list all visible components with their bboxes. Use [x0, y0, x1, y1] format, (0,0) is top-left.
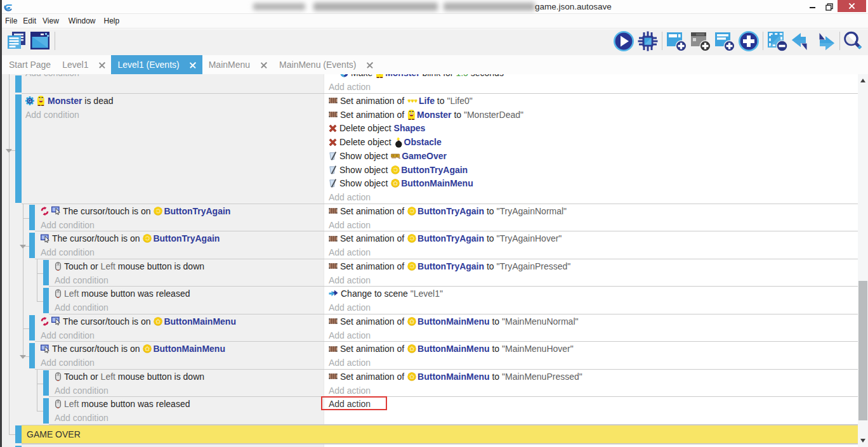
- minimize-button[interactable]: [806, 0, 820, 12]
- tab-close-icon[interactable]: [366, 62, 372, 68]
- action-row[interactable]: Add action: [324, 190, 858, 204]
- action-row[interactable]: Change to scene "Level1": [324, 287, 858, 301]
- tab-start-page[interactable]: Start Page: [0, 55, 56, 75]
- conditions-cell[interactable]: The cursor/touch is on ButtonMainMenuAdd…: [35, 342, 324, 369]
- add-action-link[interactable]: Add action: [329, 275, 371, 285]
- action-row[interactable]: Add action: [324, 384, 858, 398]
- condition-row[interactable]: Monster is dead: [22, 94, 324, 108]
- conditions-cell[interactable]: Left mouse button was releasedAdd condit…: [49, 287, 324, 314]
- menu-window[interactable]: Window: [69, 14, 96, 28]
- condition-row[interactable]: The cursor/touch is on ButtonTryAgain: [35, 231, 324, 245]
- comment-event[interactable]: GAME OVER: [15, 425, 858, 445]
- add-action-link[interactable]: Add action: [329, 330, 371, 340]
- vertical-scrollbar[interactable]: [858, 74, 868, 447]
- maximize-button[interactable]: [823, 0, 836, 12]
- action-row[interactable]: Make Monster blink for 1.5 seconds: [324, 74, 858, 80]
- add-condition-link[interactable]: Add condition: [55, 302, 109, 313]
- event-block[interactable]: [15, 444, 858, 447]
- tab-level1-events-[interactable]: Level1 (Events): [111, 55, 202, 75]
- condition-row[interactable]: The cursor/touch is on ButtonTryAgain: [35, 204, 324, 218]
- actions-cell[interactable]: [324, 444, 858, 447]
- conditions-cell[interactable]: The cursor/touch is on ButtonTryAgainAdd…: [35, 204, 324, 231]
- tab-close-icon[interactable]: [98, 62, 105, 68]
- conditions-cell[interactable]: [22, 444, 324, 447]
- conditions-cell[interactable]: The cursor/touch is on ButtonMainMenuAdd…: [35, 314, 324, 342]
- undo-button[interactable]: [791, 32, 812, 52]
- condition-row[interactable]: Touch or Left mouse button is down: [49, 259, 324, 273]
- add-action-link[interactable]: Add action: [329, 302, 371, 313]
- add-condition-link[interactable]: Add condition: [41, 247, 95, 257]
- search-button[interactable]: [843, 30, 864, 52]
- add-action-link[interactable]: Add action: [329, 399, 371, 409]
- event-block[interactable]: Left mouse button was releasedAdd condit…: [43, 287, 858, 314]
- action-row[interactable]: Show object GameOver: [324, 149, 858, 163]
- condition-row[interactable]: Add condition: [22, 108, 324, 122]
- project-manager-button[interactable]: [6, 30, 27, 50]
- action-row[interactable]: Set animation of ButtonTryAgain to "TryA…: [324, 204, 858, 218]
- tab-close-icon[interactable]: [260, 62, 266, 68]
- action-row[interactable]: Set animation of ButtonMainMenu to "Main…: [324, 370, 858, 384]
- action-row[interactable]: Add action: [324, 397, 858, 411]
- event-block[interactable]: The cursor/touch is on ButtonTryAgainAdd…: [29, 231, 858, 259]
- add-comment-button[interactable]: [714, 30, 735, 52]
- event-block[interactable]: Monster is deadAdd condition Set animati…: [15, 94, 858, 204]
- debugger-button[interactable]: [637, 30, 659, 52]
- scrollbar-thumb[interactable]: [858, 281, 867, 420]
- tab-close-icon[interactable]: [190, 62, 196, 68]
- event-block[interactable]: The cursor/touch is on ButtonMainMenuAdd…: [29, 342, 858, 370]
- action-row[interactable]: Add action: [324, 245, 858, 259]
- condition-row[interactable]: Add condition: [22, 74, 324, 80]
- action-row[interactable]: Add action: [324, 356, 858, 370]
- action-row[interactable]: Add action: [324, 273, 858, 287]
- actions-cell[interactable]: Set animation of ButtonTryAgain to "TryA…: [324, 204, 858, 231]
- action-row[interactable]: Set animation of ButtonTryAgain to "TryA…: [324, 231, 858, 245]
- condition-row[interactable]: Add condition: [49, 384, 324, 398]
- play-button[interactable]: [613, 30, 635, 52]
- condition-row[interactable]: Add condition: [35, 218, 324, 232]
- action-row[interactable]: Add action: [324, 80, 858, 94]
- add-condition-link[interactable]: Add condition: [55, 413, 109, 423]
- condition-row[interactable]: The cursor/touch is on ButtonMainMenu: [35, 314, 324, 328]
- comment-cell[interactable]: GAME OVER: [22, 425, 858, 444]
- add-subevent-button[interactable]: [690, 30, 711, 52]
- collapse-triangle-icon[interactable]: [20, 355, 26, 359]
- action-row[interactable]: Set animation of ButtonTryAgain to "TryA…: [324, 259, 858, 273]
- add-condition-link[interactable]: Add condition: [41, 358, 95, 368]
- action-row[interactable]: Delete object Obstacle: [324, 135, 858, 149]
- tab-level1[interactable]: Level1: [56, 55, 111, 75]
- scroll-up-button[interactable]: [858, 75, 868, 86]
- menu-file[interactable]: File: [5, 14, 17, 28]
- add-action-link[interactable]: Add action: [329, 247, 371, 257]
- tab-mainmenu-events-[interactable]: MainMenu (Events): [273, 55, 379, 75]
- condition-row[interactable]: Add condition: [49, 411, 324, 425]
- close-button[interactable]: [838, 0, 867, 12]
- add-action-link[interactable]: Add action: [329, 220, 371, 230]
- condition-row[interactable]: Touch or Left mouse button is down: [49, 370, 324, 384]
- event-block[interactable]: The cursor/touch is on ButtonTryAgainAdd…: [29, 204, 858, 232]
- conditions-cell[interactable]: Touch or Left mouse button is downAdd co…: [49, 370, 324, 397]
- conditions-cell[interactable]: Touch or Left mouse button is downAdd co…: [49, 259, 324, 287]
- action-row[interactable]: Set animation of ButtonMainMenu to "Main…: [324, 342, 858, 356]
- condition-row[interactable]: Add condition: [49, 273, 324, 287]
- actions-cell[interactable]: Set animation of Life to "Life0" Set ani…: [324, 94, 858, 204]
- tab-mainmenu[interactable]: MainMenu: [202, 55, 273, 75]
- add-condition-link[interactable]: Add condition: [41, 330, 95, 340]
- add-condition-link[interactable]: Add condition: [55, 275, 109, 285]
- collapse-triangle-icon[interactable]: [20, 245, 26, 249]
- event-block[interactable]: The cursor/touch is on ButtonMainMenuAdd…: [29, 314, 858, 342]
- event-block[interactable]: Add condition Make Monster blink for 1.5…: [15, 74, 858, 94]
- condition-row[interactable]: Add condition: [35, 356, 324, 370]
- action-row[interactable]: [324, 444, 858, 447]
- action-row[interactable]: Set animation of ButtonMainMenu to "Main…: [324, 314, 858, 328]
- event-block[interactable]: Left mouse button was releasedAdd condit…: [43, 397, 858, 425]
- deselect-button[interactable]: [766, 30, 788, 52]
- menu-edit[interactable]: Edit: [23, 14, 36, 28]
- conditions-cell[interactable]: Left mouse button was releasedAdd condit…: [49, 397, 324, 424]
- actions-cell[interactable]: Set animation of ButtonMainMenu to "Main…: [324, 342, 858, 369]
- action-row[interactable]: Set animation of Monster to "MonsterDead…: [324, 108, 858, 122]
- condition-row[interactable]: [22, 444, 324, 447]
- add-event-button[interactable]: [666, 30, 687, 52]
- start-page-button[interactable]: [30, 31, 50, 50]
- add-action-link[interactable]: Add action: [329, 385, 371, 396]
- event-block[interactable]: Touch or Left mouse button is downAdd co…: [43, 259, 858, 287]
